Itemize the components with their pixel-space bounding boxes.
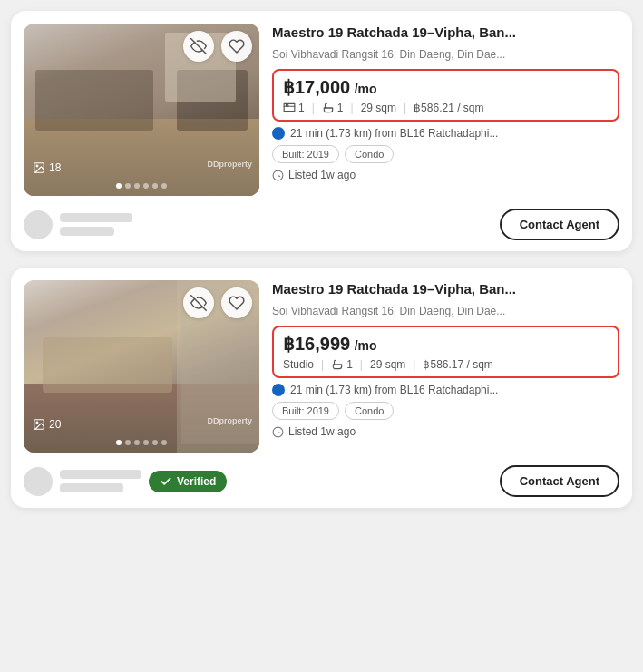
- favorite-button[interactable]: [221, 31, 252, 62]
- image-count: 18: [33, 161, 61, 174]
- carousel-dot[interactable]: [134, 183, 140, 189]
- carousel-dot[interactable]: [134, 440, 140, 445]
- property-image-container[interactable]: 20 DDproperty: [24, 280, 259, 453]
- transport-row: 21 min (1.73 km) from BL16 Ratchadaphi..…: [272, 127, 619, 140]
- image-actions: [183, 287, 252, 318]
- bathroom-detail: 1: [322, 102, 344, 114]
- listing-card-2: 20 DDproperty Maestro 19 Ratchada 19–Vip…: [11, 268, 632, 508]
- carousel-dot[interactable]: [152, 440, 158, 445]
- listing-info: Maestro 19 Ratchada 19–Vipha, Ban... Soi…: [272, 24, 619, 196]
- agent-avatar: [24, 210, 53, 239]
- svg-point-8: [36, 422, 38, 424]
- area-detail: 29 sqm: [361, 102, 396, 114]
- area-detail: 29 sqm: [370, 358, 405, 371]
- price-value: ฿17,000: [283, 77, 350, 97]
- agent-name-bar-1: [60, 213, 132, 222]
- bathroom-detail: 1: [331, 358, 353, 371]
- agent-info: Verified: [24, 467, 227, 496]
- bedroom-detail: 1: [283, 102, 305, 114]
- carousel-dot[interactable]: [125, 440, 131, 445]
- tag-built-year: Built: 2019: [272, 402, 339, 420]
- hide-button[interactable]: [183, 31, 214, 62]
- sqm-price: ฿586.21 / sqm: [414, 102, 483, 114]
- listed-row: Listed 1w ago: [272, 169, 619, 181]
- svg-point-2: [36, 165, 38, 167]
- listing-card-1: 18 DDproperty Maestro 19 Ratchada 19–Vip…: [11, 11, 632, 251]
- divider: |: [413, 358, 415, 371]
- card-footer: Contact Agent: [11, 203, 632, 251]
- transport-text: 21 min (1.73 km) from BL16 Ratchadaphi..…: [290, 384, 498, 396]
- carousel-dot[interactable]: [116, 183, 122, 189]
- price-box: ฿16,999 /mo Studio |: [272, 326, 619, 378]
- verified-badge: Verified: [149, 471, 227, 492]
- agent-info: [24, 210, 132, 239]
- property-image-container[interactable]: 18 DDproperty: [24, 24, 259, 196]
- listing-title: Maestro 19 Ratchada 19–Vipha, Ban...: [272, 280, 619, 298]
- listed-row: Listed 1w ago: [272, 425, 619, 438]
- tag-built-year: Built: 2019: [272, 145, 339, 163]
- listing-address: Soi Vibhavadi Rangsit 16, Din Daeng, Din…: [272, 304, 619, 319]
- sqm-price: ฿586.17 / sqm: [423, 358, 492, 371]
- listings-container: 18 DDproperty Maestro 19 Ratchada 19–Vip…: [11, 11, 632, 508]
- carousel-dot[interactable]: [116, 440, 122, 445]
- price-unit: /mo: [355, 338, 377, 353]
- card-body: 20 DDproperty Maestro 19 Ratchada 19–Vip…: [11, 268, 632, 460]
- favorite-button[interactable]: [221, 287, 252, 318]
- transport-dot: [272, 384, 285, 396]
- carousel-dots: [116, 440, 167, 445]
- tag-property-type: Condo: [345, 145, 394, 163]
- price-unit: /mo: [355, 82, 377, 96]
- price-details: Studio | 1 | 29 sqm | ฿586.17 / sq: [283, 358, 609, 371]
- contact-agent-button[interactable]: Contact Agent: [500, 465, 619, 497]
- card-body: 18 DDproperty Maestro 19 Ratchada 19–Vip…: [11, 11, 632, 203]
- image-actions: [183, 31, 252, 62]
- carousel-dots: [116, 183, 167, 189]
- transport-row: 21 min (1.73 km) from BL16 Ratchadaphi..…: [272, 384, 619, 396]
- carousel-dot[interactable]: [143, 183, 149, 189]
- watermark: DDproperty: [207, 160, 252, 169]
- carousel-dot[interactable]: [125, 183, 131, 189]
- carousel-dot[interactable]: [152, 183, 158, 189]
- agent-name-box: [60, 470, 141, 492]
- watermark: DDproperty: [207, 416, 252, 425]
- carousel-dot[interactable]: [143, 440, 149, 445]
- tags-row: Built: 2019 Condo: [272, 145, 619, 163]
- listing-address: Soi Vibhavadi Rangsit 16, Din Daeng, Din…: [272, 47, 619, 63]
- agent-name-bar-2: [60, 227, 114, 236]
- divider: |: [321, 358, 324, 371]
- listed-time: Listed 1w ago: [288, 425, 356, 438]
- agent-name-bar-1: [60, 470, 141, 479]
- contact-agent-button[interactable]: Contact Agent: [500, 209, 619, 240]
- hide-button[interactable]: [183, 287, 214, 318]
- agent-avatar: [24, 467, 53, 496]
- price-row: ฿16,999 /mo: [283, 333, 609, 355]
- carousel-dot[interactable]: [161, 440, 167, 445]
- agent-name-bar-2: [60, 483, 123, 492]
- agent-name-box: [60, 213, 132, 236]
- svg-rect-3: [287, 105, 288, 107]
- listing-title: Maestro 19 Ratchada 19–Vipha, Ban...: [272, 24, 619, 42]
- image-count: 20: [33, 418, 61, 431]
- divider: |: [351, 102, 354, 114]
- transport-text: 21 min (1.73 km) from BL16 Ratchadaphi..…: [290, 127, 498, 140]
- price-details: 1 | 1 | 29 sqm | ฿586.21 / sqm: [283, 102, 609, 114]
- card-footer: Verified Contact Agent: [11, 460, 632, 508]
- bedroom-detail: Studio: [283, 358, 314, 371]
- divider: |: [312, 102, 315, 114]
- price-box: ฿17,000 /mo 1 |: [272, 69, 619, 122]
- divider: |: [404, 102, 406, 114]
- tag-property-type: Condo: [345, 402, 394, 420]
- price-value: ฿16,999: [283, 334, 350, 354]
- carousel-dot[interactable]: [161, 183, 167, 189]
- listing-info: Maestro 19 Ratchada 19–Vipha, Ban... Soi…: [272, 280, 619, 453]
- divider: |: [360, 358, 363, 371]
- tags-row: Built: 2019 Condo: [272, 402, 619, 420]
- listed-time: Listed 1w ago: [288, 169, 356, 181]
- transport-dot: [272, 127, 285, 140]
- price-row: ฿17,000 /mo: [283, 76, 609, 98]
- verified-label: Verified: [177, 475, 216, 488]
